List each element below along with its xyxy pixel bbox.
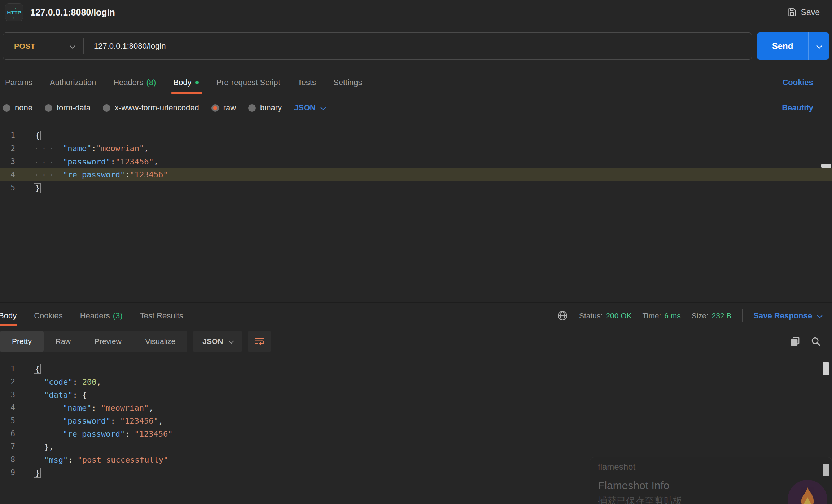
network-globe-icon[interactable] xyxy=(557,310,568,322)
save-button[interactable]: Save xyxy=(787,8,820,17)
minimap-border xyxy=(820,125,820,302)
minimap-slider[interactable] xyxy=(821,164,831,168)
tab-tests[interactable]: Tests xyxy=(289,71,325,94)
line-number: 5 xyxy=(0,416,25,425)
response-tab-headers[interactable]: Headers (3) xyxy=(71,306,131,326)
response-tab-test-results[interactable]: Test Results xyxy=(131,306,192,326)
copy-icon[interactable] xyxy=(789,336,800,347)
view-preview[interactable]: Preview xyxy=(83,331,133,352)
line-number: 8 xyxy=(0,455,25,464)
divider xyxy=(83,38,84,54)
overlay-scrollbar-thumb[interactable] xyxy=(823,464,829,476)
radio-x-www-form-urlencoded[interactable]: x-www-form-urlencoded xyxy=(103,103,199,112)
time-value: 6 ms xyxy=(664,311,681,320)
line-number: 3 xyxy=(0,390,25,399)
request-tabs: Params Authorization Headers (8) Body Pr… xyxy=(3,71,821,94)
status-value: 200 OK xyxy=(606,311,631,320)
line-number: 1 xyxy=(0,364,25,373)
page-title: 127.0.0.1:8080/login xyxy=(30,7,115,18)
send-options-button[interactable] xyxy=(808,32,829,60)
chevron-down-icon xyxy=(817,313,823,318)
radio-icon xyxy=(103,104,110,112)
status-badge: Status: 200 OK xyxy=(579,311,632,320)
time-badge: Time: 6 ms xyxy=(643,311,681,320)
request-bar: POST 127.0.0.1:8080/login Send xyxy=(3,32,829,60)
radio-icon xyxy=(3,104,10,112)
code-line: 7 }, xyxy=(0,440,832,453)
line-number: 7 xyxy=(0,442,25,451)
active-tab-underline xyxy=(171,92,202,94)
request-body-editor[interactable]: 1 { 2 ···"name":"meowrian", 3 ···"passwo… xyxy=(0,125,832,302)
radio-checked-icon xyxy=(211,104,219,112)
code-line-current: 4 ···"re_password":"123456" xyxy=(0,168,832,182)
beautify-link[interactable]: Beautify xyxy=(782,103,813,112)
view-raw[interactable]: Raw xyxy=(44,331,83,352)
tab-params[interactable]: Params xyxy=(3,71,41,94)
tab-pre-request-script[interactable]: Pre-request Script xyxy=(207,71,289,94)
size-badge: Size: 232 B xyxy=(692,311,732,320)
search-icon[interactable] xyxy=(810,336,821,347)
wrap-lines-icon xyxy=(254,336,265,347)
tab-headers[interactable]: Headers (8) xyxy=(105,71,165,94)
view-visualize[interactable]: Visualize xyxy=(133,331,188,352)
save-response-button[interactable]: Save Response xyxy=(753,311,821,320)
radio-form-data[interactable]: form-data xyxy=(45,103,91,112)
response-divider xyxy=(0,302,832,303)
send-button[interactable]: Send xyxy=(757,32,829,60)
radio-icon xyxy=(248,104,256,112)
divider xyxy=(742,309,743,322)
http-request-icon: → HTTP ← xyxy=(5,3,23,21)
save-icon xyxy=(787,8,797,17)
body-modified-dot xyxy=(195,81,199,84)
send-label[interactable]: Send xyxy=(757,32,808,60)
line-number: 2 xyxy=(0,377,25,386)
view-pretty[interactable]: Pretty xyxy=(0,331,44,352)
response-scrollbar-thumb[interactable] xyxy=(823,362,829,375)
top-header: → HTTP ← 127.0.0.1:8080/login Save xyxy=(0,0,832,25)
code-line: 6 "re_password":"123456" xyxy=(0,427,832,440)
url-input[interactable]: 127.0.0.1:8080/login xyxy=(94,41,166,51)
size-value: 232 B xyxy=(711,311,731,320)
tab-body[interactable]: Body xyxy=(165,71,207,94)
active-tab-underline xyxy=(0,324,17,326)
line-number: 5 xyxy=(0,184,25,192)
radio-icon xyxy=(45,104,52,112)
response-language-dropdown[interactable]: JSON xyxy=(193,331,242,352)
wrap-lines-button[interactable] xyxy=(248,331,271,352)
line-number: 4 xyxy=(0,171,25,179)
line-number: 6 xyxy=(0,429,25,438)
code-line: 3 ···"password":"123456", xyxy=(0,155,832,168)
response-tab-body[interactable]: Body xyxy=(0,306,25,326)
response-header: Body Cookies Headers (3) Test Results St… xyxy=(0,306,821,326)
code-line: 5 } xyxy=(0,181,832,195)
code-line: 2 ···"name":"meowrian", xyxy=(0,142,832,155)
cookies-link[interactable]: Cookies xyxy=(782,78,813,87)
chevron-down-icon xyxy=(229,338,235,344)
radio-none[interactable]: none xyxy=(3,103,32,112)
body-language-dropdown[interactable]: JSON xyxy=(294,103,325,112)
method-dropdown[interactable]: POST xyxy=(3,42,83,50)
response-tab-cookies[interactable]: Cookies xyxy=(25,306,71,326)
chevron-down-icon xyxy=(70,43,75,49)
response-toolbar: Pretty Raw Preview Visualize JSON xyxy=(0,330,821,353)
chevron-down-icon xyxy=(320,105,326,110)
tab-settings[interactable]: Settings xyxy=(325,71,371,94)
flameshot-notification: flameshot Flameshot Info 捕获已保存至剪贴板 xyxy=(590,457,832,504)
code-line: 2 "code":200, xyxy=(0,375,832,388)
body-type-bar: none form-data x-www-form-urlencoded raw… xyxy=(3,97,821,118)
code-line: 1 { xyxy=(0,362,832,375)
response-view-toggle: Pretty Raw Preview Visualize xyxy=(0,331,187,352)
chevron-down-icon xyxy=(816,43,822,49)
line-number: 2 xyxy=(0,144,25,153)
radio-raw[interactable]: raw xyxy=(211,103,236,112)
notification-app-name: flameshot xyxy=(590,457,832,475)
headers-count-badge: (8) xyxy=(146,78,156,87)
tab-authorization[interactable]: Authorization xyxy=(41,71,105,94)
code-line: 4 "name":"meowrian", xyxy=(0,401,832,414)
code-line: 1 { xyxy=(0,129,832,142)
save-label: Save xyxy=(801,8,820,17)
line-number: 3 xyxy=(0,157,25,166)
code-line: 5 "password":"123456", xyxy=(0,414,832,427)
line-number: 4 xyxy=(0,403,25,412)
radio-binary[interactable]: binary xyxy=(248,103,282,112)
